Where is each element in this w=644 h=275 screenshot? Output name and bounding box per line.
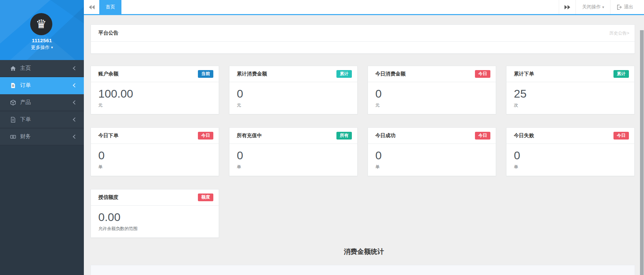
tab-strip: 首页	[99, 0, 121, 14]
announcement-title: 平台公告	[98, 30, 118, 36]
tabs-scroll-right-button[interactable]	[559, 0, 576, 14]
stat-card-title: 授信额度	[98, 194, 118, 201]
stat-card-3: 累计下单累计25次	[506, 66, 635, 114]
caret-down-icon: ▾	[51, 45, 53, 49]
stat-card-unit: 元	[237, 102, 350, 108]
stat-card-unit: 允许余额负数的范围	[98, 226, 211, 232]
stat-card-value: 0	[514, 149, 627, 162]
sidebar-item-4[interactable]: 财务	[0, 128, 84, 146]
chevron-left-icon	[73, 134, 77, 139]
logout-button[interactable]: 退出	[610, 0, 639, 14]
crown-logo-icon: ♛	[36, 18, 47, 30]
tabs-scroll-left-button[interactable]	[84, 0, 99, 14]
orders-icon	[10, 82, 16, 89]
topbar: 首页 关闭操作 ▾ 退出	[84, 0, 644, 15]
stat-card-unit: 单	[237, 164, 350, 170]
sidebar-item-label: 主页	[20, 65, 31, 72]
avatar[interactable]: ♛	[30, 13, 52, 35]
stat-card-4: 今日下单今日0单	[91, 127, 219, 176]
tab-0[interactable]: 首页	[99, 0, 121, 14]
sidebar-item-1[interactable]: 订单	[0, 77, 84, 94]
username: 1112561	[0, 38, 84, 43]
stat-card-2: 今日消费金额今日0元	[368, 66, 496, 114]
main-content: 平台公告 历史公告> 账户余额当前100.00元累计消费金额累计0元今日消费金额…	[84, 15, 644, 275]
stat-card-value: 25	[514, 88, 627, 100]
stat-card-title: 累计消费金额	[237, 71, 267, 77]
status-badge: 当前	[198, 70, 213, 78]
status-badge: 今日	[475, 70, 490, 78]
double-chevron-left-icon	[89, 5, 95, 9]
logout-icon	[616, 5, 622, 10]
status-badge: 今日	[198, 132, 213, 140]
chart-panel	[91, 265, 635, 275]
finance-icon	[10, 134, 16, 140]
stat-card-unit: 元	[98, 102, 211, 108]
stat-card-value: 0	[98, 149, 211, 162]
status-badge: 累计	[336, 70, 352, 78]
sidebar-item-label: 财务	[20, 133, 31, 140]
chevron-left-icon	[73, 117, 77, 122]
chevron-left-icon	[73, 100, 77, 105]
history-announcements-link[interactable]: 历史公告>	[609, 30, 629, 36]
stat-card-title: 累计下单	[514, 71, 534, 77]
status-badge: 额度	[198, 194, 213, 201]
announcement-panel: 平台公告 历史公告>	[91, 24, 635, 54]
chevron-left-icon	[73, 66, 77, 70]
stat-card-unit: 次	[514, 102, 627, 108]
stat-card-value: 0	[237, 149, 350, 162]
home-icon	[10, 65, 16, 71]
stat-card-6: 今日成功今日0单	[368, 127, 496, 176]
stat-card-title: 今日消费金额	[375, 71, 406, 77]
stat-card-title: 所有充值中	[237, 132, 262, 139]
stat-card-value: 0	[375, 149, 488, 162]
stats-grid: 账户余额当前100.00元累计消费金额累计0元今日消费金额今日0元累计下单累计2…	[91, 66, 635, 238]
status-badge: 今日	[613, 132, 629, 140]
place-order-icon	[10, 117, 16, 123]
stat-card-1: 累计消费金额累计0元	[229, 66, 358, 114]
product-icon	[10, 100, 16, 106]
chevron-left-icon	[73, 83, 77, 88]
sidebar-header: ♛ 1112561 更多操作 ▾	[0, 0, 84, 60]
sidebar-menu: 主页订单产品下单财务	[0, 60, 84, 146]
stat-card-title: 今日下单	[98, 132, 118, 139]
stat-card-title: 今日失败	[514, 132, 534, 139]
sidebar-item-label: 订单	[20, 82, 31, 89]
close-actions-dropdown[interactable]: 关闭操作 ▾	[576, 0, 610, 14]
stat-card-unit: 单	[514, 164, 627, 170]
status-badge: 今日	[475, 132, 490, 140]
scrollbar-thumb[interactable]	[640, 30, 644, 275]
chart-section-title: 消费金额统计	[84, 247, 644, 256]
stat-card-0: 账户余额当前100.00元	[91, 66, 219, 114]
more-actions-dropdown[interactable]: 更多操作 ▾	[0, 45, 84, 51]
stat-card-unit: 元	[375, 102, 488, 108]
sidebar-item-2[interactable]: 产品	[0, 94, 84, 111]
status-badge: 所有	[336, 132, 352, 140]
sidebar-item-label: 产品	[20, 99, 31, 106]
stat-card-value: 100.00	[98, 88, 211, 100]
double-chevron-right-icon	[565, 5, 570, 9]
stat-card-7: 今日失败今日0单	[506, 127, 635, 176]
stat-card-unit: 单	[98, 164, 211, 170]
stat-card-8: 授信额度额度0.00允许余额负数的范围	[91, 189, 219, 238]
stat-card-5: 所有充值中所有0单	[229, 127, 358, 176]
stat-card-value: 0.00	[98, 211, 211, 223]
caret-down-icon: ▾	[602, 5, 604, 9]
sidebar-item-label: 下单	[20, 116, 31, 123]
sidebar: ♛ 1112561 更多操作 ▾ 主页订单产品下单财务	[0, 0, 84, 275]
vertical-scrollbar[interactable]	[640, 30, 644, 275]
status-badge: 累计	[613, 70, 629, 78]
logout-label: 退出	[624, 4, 633, 10]
close-actions-label: 关闭操作	[582, 4, 601, 10]
stat-card-title: 今日成功	[375, 132, 395, 139]
stat-card-value: 0	[375, 88, 488, 100]
sidebar-item-0[interactable]: 主页	[0, 60, 84, 77]
sidebar-item-3[interactable]: 下单	[0, 111, 84, 128]
stat-card-value: 0	[237, 88, 350, 100]
more-actions-label: 更多操作	[31, 45, 50, 50]
stat-card-title: 账户余额	[98, 71, 118, 77]
stat-card-unit: 单	[375, 164, 488, 170]
